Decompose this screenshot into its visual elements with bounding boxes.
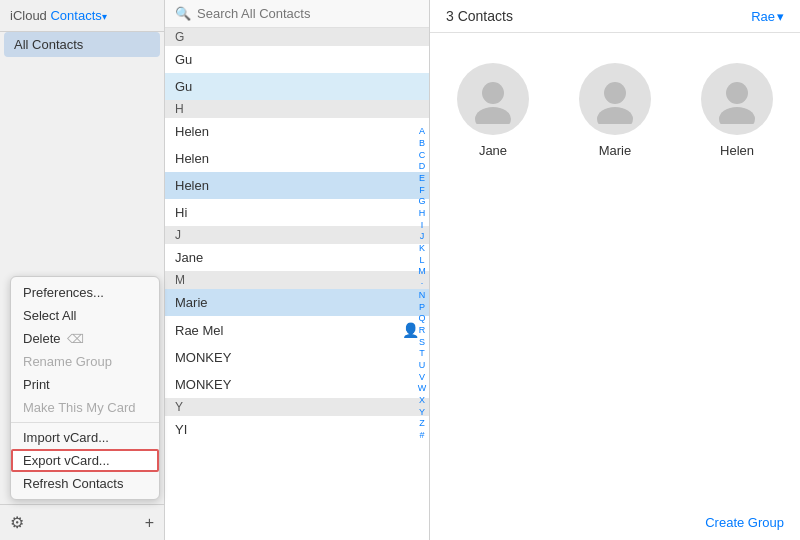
contacts-list-panel: 🔍 G Gu Gu H Helen Helen Helen Hi J Jane … <box>165 0 430 540</box>
contact-count: 3 Contacts <box>446 8 513 24</box>
section-header-h: H <box>165 100 429 118</box>
alpha-x[interactable]: X <box>419 395 425 407</box>
alpha-dot[interactable]: · <box>421 278 424 290</box>
avatar-name-helen: Helen <box>720 143 754 158</box>
svg-point-1 <box>475 107 511 124</box>
alpha-y[interactable]: Y <box>419 407 425 419</box>
avatar-name-marie: Marie <box>599 143 632 158</box>
alpha-q[interactable]: Q <box>418 313 425 325</box>
alpha-u[interactable]: U <box>419 360 426 372</box>
sidebar-footer: ⚙ + <box>0 504 164 540</box>
alpha-e[interactable]: E <box>419 173 425 185</box>
add-icon: + <box>145 514 154 531</box>
icloud-label: iCloud <box>10 8 47 23</box>
section-header-j: J <box>165 226 429 244</box>
rae-button[interactable]: Rae ▾ <box>751 9 784 24</box>
search-bar: 🔍 <box>165 0 429 28</box>
avatar-item-marie: Marie <box>579 63 651 158</box>
contact-row-yi[interactable]: YI <box>165 416 429 443</box>
alpha-h[interactable]: H <box>419 208 426 220</box>
avatar-helen <box>701 63 773 135</box>
menu-item-preferences[interactable]: Preferences... <box>11 281 159 304</box>
app-chevron-icon[interactable]: ▾ <box>102 11 107 22</box>
alpha-c[interactable]: C <box>419 150 426 162</box>
detail-header: 3 Contacts Rae ▾ <box>430 0 800 33</box>
contact-row[interactable]: Gu <box>165 46 429 73</box>
contacts-scroll: G Gu Gu H Helen Helen Helen Hi J Jane M … <box>165 28 429 540</box>
delete-icon: ⌫ <box>67 332 84 346</box>
alpha-r[interactable]: R <box>419 325 426 337</box>
menu-item-print[interactable]: Print <box>11 373 159 396</box>
avatar-item-helen: Helen <box>701 63 773 158</box>
contact-row-monkey1[interactable]: MONKEY <box>165 344 429 371</box>
detail-footer: Create Group <box>689 505 800 540</box>
menu-item-export-vcard[interactable]: Export vCard... <box>11 449 159 472</box>
alpha-z[interactable]: Z <box>419 418 425 430</box>
contact-row-selected[interactable]: Helen <box>165 172 429 199</box>
avatars-row: Jane Marie Helen <box>430 33 800 168</box>
menu-item-select-all[interactable]: Select All <box>11 304 159 327</box>
detail-panel: 3 Contacts Rae ▾ Jane Marie <box>430 0 800 540</box>
contact-row[interactable]: Helen <box>165 145 429 172</box>
alpha-hash[interactable]: # <box>419 430 424 442</box>
menu-item-make-my-card: Make This My Card <box>11 396 159 419</box>
alpha-d[interactable]: D <box>419 161 426 173</box>
alpha-g[interactable]: G <box>418 196 425 208</box>
svg-point-4 <box>726 82 748 104</box>
avatar-jane <box>457 63 529 135</box>
alpha-n[interactable]: N <box>419 290 426 302</box>
avatar-marie <box>579 63 651 135</box>
alpha-m[interactable]: M <box>418 266 426 278</box>
menu-item-refresh[interactable]: Refresh Contacts <box>11 472 159 495</box>
svg-point-2 <box>604 82 626 104</box>
alpha-index: A B C D E F G H I J K L M · N P Q R S T … <box>415 28 429 540</box>
alpha-s[interactable]: S <box>419 337 425 349</box>
avatar-name-jane: Jane <box>479 143 507 158</box>
sidebar: iCloud Contacts▾ All Contacts Preference… <box>0 0 165 540</box>
alpha-w[interactable]: W <box>418 383 427 395</box>
context-menu: Preferences... Select All Delete ⌫ Renam… <box>10 276 160 500</box>
add-button[interactable]: + <box>145 514 154 532</box>
search-input[interactable] <box>197 6 419 21</box>
alpha-p[interactable]: P <box>419 302 425 314</box>
contact-row-marie[interactable]: Marie <box>165 289 429 316</box>
rae-chevron-icon: ▾ <box>777 9 784 24</box>
menu-item-rename-group: Rename Group <box>11 350 159 373</box>
section-header-g: G <box>165 28 429 46</box>
alpha-f[interactable]: F <box>419 185 425 197</box>
alpha-b[interactable]: B <box>419 138 425 150</box>
alpha-l[interactable]: L <box>419 255 424 267</box>
menu-item-delete[interactable]: Delete ⌫ <box>11 327 159 350</box>
alpha-k[interactable]: K <box>419 243 425 255</box>
svg-point-3 <box>597 107 633 124</box>
sidebar-item-all-contacts[interactable]: All Contacts <box>4 32 160 57</box>
contact-row-monkey2[interactable]: MONKEY <box>165 371 429 398</box>
section-header-y: Y <box>165 398 429 416</box>
contacts-label: Contacts <box>47 8 102 23</box>
menu-item-import-vcard[interactable]: Import vCard... <box>11 426 159 449</box>
alpha-v[interactable]: V <box>419 372 425 384</box>
avatar-item-jane: Jane <box>457 63 529 158</box>
create-group-button[interactable]: Create Group <box>705 515 784 530</box>
sidebar-header: iCloud Contacts▾ <box>0 0 164 32</box>
contact-row[interactable]: Jane <box>165 244 429 271</box>
section-header-m: M <box>165 271 429 289</box>
search-icon: 🔍 <box>175 6 191 21</box>
alpha-j[interactable]: J <box>420 231 425 243</box>
svg-point-0 <box>482 82 504 104</box>
alpha-a[interactable]: A <box>419 126 425 138</box>
menu-divider <box>11 422 159 423</box>
contact-row-rae-mel[interactable]: Rae Mel 👤 <box>165 316 429 344</box>
gear-button[interactable]: ⚙ <box>10 513 24 532</box>
contact-row[interactable]: Gu <box>165 73 429 100</box>
contact-row[interactable]: Hi <box>165 199 429 226</box>
gear-icon: ⚙ <box>10 514 24 531</box>
contact-row[interactable]: Helen <box>165 118 429 145</box>
svg-point-5 <box>719 107 755 124</box>
alpha-i[interactable]: I <box>421 220 424 232</box>
alpha-t[interactable]: T <box>419 348 425 360</box>
